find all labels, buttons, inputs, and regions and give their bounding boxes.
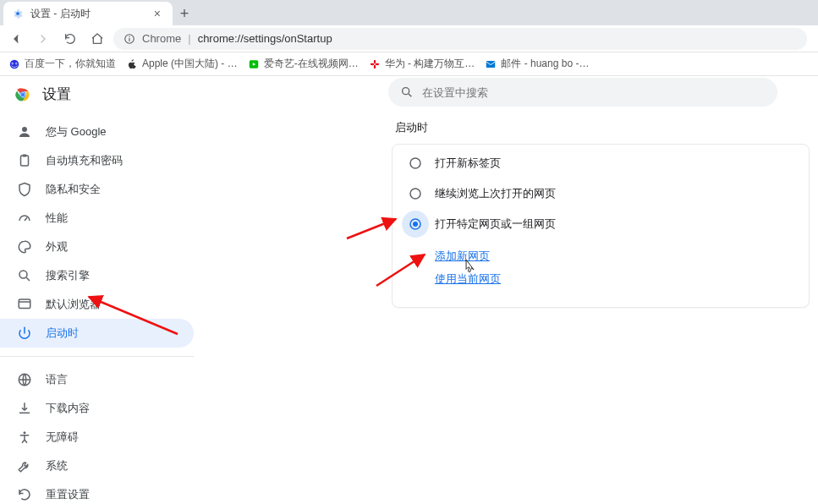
settings-search-box[interactable] bbox=[388, 78, 777, 107]
tab-bar: 设置 - 启动时 × + bbox=[0, 0, 818, 25]
radio-checked-icon bbox=[408, 216, 423, 232]
svg-rect-10 bbox=[486, 60, 496, 67]
svg-point-25 bbox=[410, 189, 420, 199]
bookmark-item[interactable]: 华为 - 构建万物互… bbox=[369, 57, 475, 71]
sidebar-item-label: 自动填充和密码 bbox=[46, 153, 123, 168]
shield-icon bbox=[17, 182, 32, 197]
back-button[interactable] bbox=[5, 28, 27, 50]
bookmark-label: 华为 - 构建万物互… bbox=[385, 57, 475, 71]
reload-button[interactable] bbox=[59, 28, 81, 50]
sidebar-item-label: 搜索引擎 bbox=[46, 268, 90, 283]
sidebar-item-label: 语言 bbox=[46, 372, 68, 387]
bookmarks-bar: 百度一下，你就知道 Apple (中国大陆) - … 爱奇艺-在线视频网… 华为… bbox=[0, 52, 818, 76]
svg-rect-18 bbox=[19, 299, 30, 309]
power-icon bbox=[17, 326, 32, 341]
svg-point-6 bbox=[374, 59, 376, 63]
sidebar-item-label: 启动时 bbox=[46, 326, 79, 341]
bookmark-item[interactable]: Apple (中国大陆) - … bbox=[126, 57, 238, 71]
sidebar-item-label: 您与 Google bbox=[46, 124, 107, 140]
sidebar-item-default-browser[interactable]: 默认浏览器 bbox=[0, 290, 194, 319]
palette-icon bbox=[17, 239, 32, 255]
sidebar-item-label: 下载内容 bbox=[46, 401, 90, 416]
address-bar[interactable]: Chrome | chrome://settings/onStartup bbox=[113, 28, 807, 50]
sidebar-item-reset[interactable]: 重置设置 bbox=[0, 480, 194, 504]
sidebar-item-autofill[interactable]: 自动填充和密码 bbox=[0, 146, 194, 175]
sidebar-item-label: 无障碍 bbox=[46, 430, 79, 445]
sidebar-item-on-startup[interactable]: 启动时 bbox=[0, 319, 194, 348]
sidebar-item-you-and-google[interactable]: 您与 Google bbox=[0, 118, 194, 146]
sidebar-item-accessibility[interactable]: 无障碍 bbox=[0, 423, 194, 452]
sidebar-item-appearance[interactable]: 外观 bbox=[0, 233, 194, 261]
sidebar-item-label: 性能 bbox=[46, 211, 68, 226]
browser-tab[interactable]: 设置 - 启动时 × bbox=[3, 2, 173, 25]
url-path: chrome://settings/onStartup bbox=[198, 32, 332, 45]
huawei-icon bbox=[369, 58, 381, 70]
svg-point-17 bbox=[19, 271, 27, 278]
bookmark-item[interactable]: 爱奇艺-在线视频网… bbox=[248, 57, 359, 71]
svg-point-7 bbox=[374, 64, 376, 68]
speedometer-icon bbox=[17, 211, 32, 226]
settings-sidebar: 设置 您与 Google 自动填充和密码 隐私和安全 性能 外观 bbox=[0, 76, 194, 504]
settings-search-input[interactable] bbox=[422, 86, 766, 99]
startup-option-specific-pages[interactable]: 打开特定网页或一组网页 bbox=[393, 209, 809, 239]
sidebar-item-label: 默认浏览器 bbox=[46, 297, 101, 312]
person-icon bbox=[17, 124, 32, 140]
clipboard-icon bbox=[17, 153, 32, 168]
tab-close-icon[interactable]: × bbox=[151, 6, 164, 21]
sidebar-item-label: 隐私和安全 bbox=[46, 182, 101, 197]
accessibility-icon bbox=[17, 430, 32, 445]
chrome-logo-icon bbox=[14, 85, 32, 104]
sidebar-item-search-engine[interactable]: 搜索引擎 bbox=[0, 261, 194, 290]
tab-title: 设置 - 启动时 bbox=[30, 7, 151, 21]
bookmark-label: 爱奇艺-在线视频网… bbox=[264, 57, 359, 71]
home-button[interactable] bbox=[86, 28, 108, 50]
tab-favicon-settings-icon bbox=[12, 8, 24, 19]
svg-point-9 bbox=[375, 63, 379, 64]
sidebar-item-performance[interactable]: 性能 bbox=[0, 204, 194, 233]
sidebar-item-privacy[interactable]: 隐私和安全 bbox=[0, 175, 194, 204]
svg-point-23 bbox=[403, 88, 409, 95]
sidebar-item-languages[interactable]: 语言 bbox=[0, 365, 194, 394]
svg-rect-3 bbox=[129, 36, 129, 36]
sidebar-item-label: 重置设置 bbox=[46, 487, 90, 502]
svg-rect-15 bbox=[21, 156, 29, 166]
sidebar-item-downloads[interactable]: 下载内容 bbox=[0, 394, 194, 423]
startup-option-newtab[interactable]: 打开新标签页 bbox=[393, 148, 809, 178]
option-label: 继续浏览上次打开的网页 bbox=[435, 186, 556, 201]
on-startup-card: 打开新标签页 继续浏览上次打开的网页 打开特定网页或一组网页 添加新网页 使用当… bbox=[392, 144, 810, 308]
globe-icon bbox=[17, 372, 32, 387]
svg-point-20 bbox=[24, 431, 26, 434]
search-icon bbox=[400, 85, 414, 99]
site-info-icon[interactable] bbox=[124, 33, 135, 45]
settings-main: 启动时 打开新标签页 继续浏览上次打开的网页 打开特定网页或一组网页 添加新网页… bbox=[194, 76, 818, 504]
svg-point-14 bbox=[22, 127, 27, 132]
settings-page: 设置 您与 Google 自动填充和密码 隐私和安全 性能 外观 bbox=[0, 76, 818, 504]
mail-icon bbox=[485, 58, 497, 70]
svg-rect-2 bbox=[129, 37, 129, 41]
forward-button[interactable] bbox=[32, 28, 54, 50]
search-icon bbox=[17, 268, 32, 283]
bookmark-label: 百度一下，你就知道 bbox=[25, 57, 116, 71]
settings-title: 设置 bbox=[42, 85, 71, 104]
bookmark-item[interactable]: 邮件 - huang bo -… bbox=[485, 57, 589, 71]
apple-icon bbox=[126, 58, 138, 70]
bookmark-item[interactable]: 百度一下，你就知道 bbox=[8, 57, 116, 71]
url-host: Chrome bbox=[142, 32, 181, 45]
nav-divider bbox=[0, 356, 194, 357]
section-title: 启动时 bbox=[395, 120, 810, 135]
bookmark-label: 邮件 - huang bo -… bbox=[501, 57, 589, 71]
sidebar-item-system[interactable]: 系统 bbox=[0, 452, 194, 480]
reset-icon bbox=[17, 487, 32, 502]
svg-point-24 bbox=[410, 158, 420, 168]
svg-rect-16 bbox=[23, 155, 27, 157]
startup-specific-links: 添加新网页 使用当前网页 bbox=[435, 239, 809, 299]
use-current-pages-link[interactable]: 使用当前网页 bbox=[435, 272, 809, 287]
option-label: 打开特定网页或一组网页 bbox=[435, 216, 556, 232]
toolbar: Chrome | chrome://settings/onStartup bbox=[0, 25, 818, 52]
startup-option-continue[interactable]: 继续浏览上次打开的网页 bbox=[393, 178, 809, 209]
add-new-page-link[interactable]: 添加新网页 bbox=[435, 249, 809, 264]
svg-point-13 bbox=[21, 92, 25, 96]
download-icon bbox=[17, 401, 32, 416]
browser-icon bbox=[17, 297, 32, 312]
new-tab-button[interactable]: + bbox=[173, 2, 196, 25]
